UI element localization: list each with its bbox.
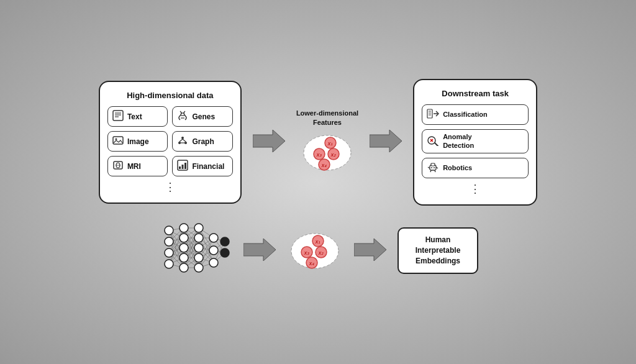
svg-line-39 <box>435 143 438 146</box>
svg-line-13 <box>183 139 186 142</box>
data-cell-graph: Graph <box>172 131 233 152</box>
bottom-arrow-2 <box>354 239 386 263</box>
financial-icon <box>177 160 188 173</box>
svg-rect-20 <box>182 165 184 169</box>
image-icon <box>112 135 124 148</box>
svg-point-117 <box>165 237 173 246</box>
svg-point-122 <box>179 243 188 252</box>
svg-line-12 <box>179 139 183 142</box>
bottom-row: x₁ x₂ x₃ x₄ Human Interpretable Embeddin… <box>158 217 478 285</box>
svg-point-45 <box>434 167 435 168</box>
mri-label: MRI <box>127 162 141 171</box>
robotics-icon <box>427 162 439 175</box>
ds-cell-classification: Classification <box>422 104 529 125</box>
svg-rect-21 <box>184 163 186 169</box>
svg-point-126 <box>194 234 203 242</box>
hd-data-box: High-dimensional data Text <box>99 81 242 204</box>
svg-marker-135 <box>243 239 276 261</box>
svg-point-118 <box>165 248 173 257</box>
svg-marker-32 <box>370 130 402 152</box>
genes-icon <box>177 110 188 123</box>
svg-rect-33 <box>427 109 432 118</box>
svg-rect-0 <box>113 111 123 121</box>
svg-point-130 <box>209 234 218 242</box>
svg-point-120 <box>179 224 188 232</box>
hd-box-title: High-dimensional data <box>107 91 233 100</box>
data-cell-image: Image <box>107 131 168 152</box>
svg-point-119 <box>165 260 173 268</box>
robotics-label: Robotics <box>443 164 472 172</box>
genes-label: Genes <box>192 112 215 121</box>
features-bubble: x₁ x₂ x₃ x₄ <box>299 129 355 176</box>
svg-marker-22 <box>253 130 285 152</box>
svg-text:x₃: x₃ <box>316 152 322 158</box>
svg-point-133 <box>220 237 229 246</box>
data-cell-genes: Genes <box>172 106 233 127</box>
neural-network <box>158 217 232 285</box>
downstream-task-box: Downstream task Classificat <box>413 79 537 205</box>
ds-box-title: Downstream task <box>422 89 529 98</box>
svg-point-124 <box>179 263 188 272</box>
ds-cell-robotics: Robotics <box>422 158 529 178</box>
svg-text:x₃: x₃ <box>304 250 310 256</box>
svg-point-127 <box>194 243 203 252</box>
svg-text:x₁: x₁ <box>315 239 321 245</box>
classification-icon <box>427 108 439 121</box>
data-cell-mri: MRI <box>107 156 168 176</box>
svg-point-129 <box>194 263 203 272</box>
svg-text:x₄: x₄ <box>321 162 327 168</box>
svg-point-132 <box>209 258 218 267</box>
anomaly-icon <box>427 135 439 148</box>
svg-text:x₄: x₄ <box>309 260 315 266</box>
ds-dots: ⋮ <box>422 182 529 196</box>
hd-dots: ⋮ <box>107 180 233 194</box>
graph-label: Graph <box>192 137 214 146</box>
text-icon <box>112 110 124 123</box>
mri-icon <box>112 160 124 173</box>
bottom-features-column: x₁ x₂ x₃ x₄ <box>287 227 343 274</box>
graph-icon <box>177 135 188 148</box>
top-row: High-dimensional data Text <box>99 79 537 205</box>
svg-point-123 <box>179 253 188 262</box>
financial-label: Financial <box>192 162 224 171</box>
hi-box: Human Interpretable Embeddings <box>398 227 478 273</box>
svg-point-116 <box>165 226 173 235</box>
data-cell-text: Text <box>107 106 168 127</box>
data-grid: Text Genes <box>107 106 233 176</box>
svg-rect-43 <box>431 163 435 166</box>
svg-point-125 <box>194 224 203 232</box>
classification-label: Classification <box>443 111 488 119</box>
features-label: Lower-dimensionalFeatures <box>296 109 358 127</box>
svg-point-9 <box>181 137 184 139</box>
svg-marker-145 <box>354 239 386 261</box>
svg-text:x₂: x₂ <box>330 152 337 158</box>
svg-text:x₂: x₂ <box>318 250 324 256</box>
ds-cell-anomaly: AnomalyDetection <box>422 129 529 153</box>
svg-point-8 <box>115 139 117 140</box>
svg-point-134 <box>220 248 229 257</box>
ds-list: Classification AnomalyDetection <box>422 104 529 178</box>
svg-rect-19 <box>179 166 181 169</box>
features-column: Lower-dimensionalFeatures x₁ x₂ x₃ x₄ <box>296 109 358 176</box>
text-label: Text <box>127 112 142 121</box>
anomaly-label: AnomalyDetection <box>443 133 474 149</box>
svg-point-131 <box>209 246 218 255</box>
svg-point-44 <box>431 167 432 168</box>
svg-text:x₁: x₁ <box>327 140 334 147</box>
svg-point-128 <box>194 253 203 262</box>
svg-rect-7 <box>113 137 123 144</box>
neural-net-svg <box>158 217 232 285</box>
image-label: Image <box>127 137 149 146</box>
main-diagram: High-dimensional data Text <box>39 27 597 337</box>
data-cell-financial: Financial <box>172 156 233 176</box>
bottom-arrow-1 <box>243 239 276 263</box>
hi-box-label: Human Interpretable Embeddings <box>416 235 461 265</box>
top-arrow-1 <box>253 130 285 155</box>
top-arrow-2 <box>370 130 402 155</box>
bottom-features-bubble: x₁ x₂ x₃ x₄ <box>287 227 343 274</box>
svg-point-121 <box>179 234 188 242</box>
